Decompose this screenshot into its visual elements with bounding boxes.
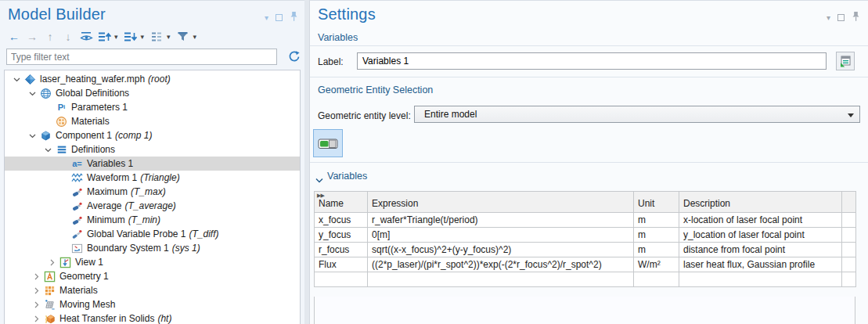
tree-item-materials-component[interactable]: Materials	[5, 283, 300, 297]
table-row: y_focus 0[m] m y_location of laser focal…	[315, 228, 856, 243]
tree-item-maximum[interactable]: Maximum (T_max)	[5, 185, 300, 199]
section-collapse-icon[interactable]	[315, 175, 323, 185]
column-header-expression: Expression	[368, 192, 634, 213]
move-up-button[interactable]: ↑	[42, 29, 58, 45]
tree-item-moving-mesh[interactable]: Moving Mesh	[5, 297, 300, 311]
table-empty-area	[314, 297, 855, 324]
panel-menu-icon[interactable]: ▾	[827, 14, 830, 22]
filter-menu-icon[interactable]: ▾	[193, 33, 197, 41]
model-tree: laser_heating_wafer.mph (root) Global De…	[4, 70, 301, 324]
cell-expression[interactable]: sqrt((x-x_focus)^2+(y-y_focus)^2)	[368, 243, 634, 257]
table-header-row: ▶▶Name Expression Unit Description	[315, 192, 856, 213]
model-file-icon	[23, 74, 38, 85]
tree-item-label: Materials	[59, 283, 98, 297]
chevron-right-icon[interactable]	[31, 287, 42, 294]
tree-item-label: Maximum	[87, 185, 128, 199]
chevron-down-icon[interactable]	[27, 132, 38, 139]
tree-item-minimum[interactable]: Minimum (T_min)	[5, 213, 300, 227]
tree-item-materials-global[interactable]: Materials	[5, 114, 300, 128]
tree-item-geometry-1[interactable]: Geometry 1	[5, 269, 300, 283]
cell-name[interactable]: y_focus	[315, 228, 368, 243]
model-builder-window-controls: ▾	[265, 11, 298, 24]
tree-item-label: Waveform 1	[87, 171, 137, 185]
cell-expression[interactable]: ((2*p_laser)/(pi*r_spot^2))*exp(-(2*r_fo…	[368, 257, 634, 272]
chevron-right-icon[interactable]	[31, 273, 42, 280]
node-label-menu-icon[interactable]: ▾	[167, 33, 171, 41]
tree-item-waveform-1[interactable]: Waveform 1 (Triangle)	[5, 171, 300, 185]
cell-name[interactable]: r_focus	[315, 243, 368, 257]
tree-item-tag: (T_diff)	[189, 227, 219, 241]
variables-section-header: Variables	[327, 171, 367, 182]
chevron-right-icon[interactable]	[31, 301, 42, 308]
tree-item-tag: (T_average)	[124, 199, 175, 213]
tree-item-average[interactable]: Average (T_average)	[5, 199, 300, 213]
table-row: x_focus r_wafer*Triangle(t/period) m x-l…	[315, 213, 856, 228]
cell-description[interactable]	[679, 272, 842, 287]
move-down-button[interactable]: ↓	[60, 29, 76, 45]
show-more-options-button[interactable]	[836, 52, 855, 70]
view-icon	[58, 257, 73, 268]
cell-expression[interactable]	[368, 272, 634, 287]
tree-item-variables-1[interactable]: a= Variables 1	[5, 157, 300, 171]
float-window-icon[interactable]	[276, 14, 283, 21]
panel-menu-icon[interactable]: ▾	[265, 14, 268, 22]
tree-item-global-definitions[interactable]: Global Definitions	[5, 86, 300, 100]
label-field-label: Label:	[318, 56, 344, 67]
settings-title: Settings	[318, 5, 376, 23]
active-toggle-button[interactable]	[313, 129, 343, 157]
collapse-menu-icon[interactable]: ▾	[141, 33, 145, 41]
tree-item-view-1[interactable]: View 1	[5, 255, 300, 269]
separator	[310, 77, 868, 77]
model-builder-title: Model Builder	[8, 5, 106, 23]
tree-item-heat-transfer-in-solids[interactable]: Heat Transfer in Solids (ht)	[5, 311, 300, 324]
tree-item-label: Boundary System 1	[87, 241, 169, 255]
pin-icon[interactable]	[852, 11, 860, 24]
parameters-icon: Pi	[54, 102, 69, 113]
geometric-entity-selection-header: Geometric Entity Selection	[318, 85, 433, 95]
cell-expression[interactable]: r_wafer*Triangle(t/period)	[368, 213, 634, 228]
label-input[interactable]	[357, 52, 827, 70]
cell-description[interactable]: x-location of laser focal point	[679, 213, 842, 228]
tree-item-tag: (T_min)	[128, 213, 160, 227]
cell-name[interactable]: Flux	[315, 257, 368, 272]
expand-all-button[interactable]	[96, 29, 112, 45]
tree-item-parameters[interactable]: Pi Parameters 1	[5, 100, 300, 114]
tree-item-label: Variables 1	[87, 157, 133, 171]
chevron-right-icon[interactable]	[31, 315, 42, 322]
filter-funnel-button[interactable]	[175, 29, 191, 45]
forward-button[interactable]: →	[24, 29, 40, 45]
separator	[310, 45, 868, 46]
cell-name[interactable]	[315, 272, 368, 287]
show-eye-button[interactable]	[78, 29, 94, 45]
back-button[interactable]: ←	[6, 29, 22, 45]
cell-expression[interactable]: 0[m]	[368, 228, 634, 243]
chevron-down-icon[interactable]	[42, 146, 54, 153]
tree-item-definitions[interactable]: Definitions	[5, 142, 300, 157]
cell-description[interactable]: laser heat flux, Gaussian profile	[679, 257, 842, 272]
probe-icon	[70, 214, 85, 226]
probe-icon	[70, 200, 85, 212]
tree-item-boundary-system-1[interactable]: Boundary System 1 (sys 1)	[5, 241, 300, 255]
tree-item-component-1[interactable]: Component 1 (comp 1)	[5, 128, 300, 142]
cell-name[interactable]: x_focus	[315, 213, 368, 228]
tree-filter-input[interactable]	[6, 49, 277, 65]
node-label-button[interactable]	[149, 29, 164, 45]
variables-table: ▶▶Name Expression Unit Description x_foc…	[314, 191, 856, 287]
chevron-down-icon[interactable]	[27, 90, 38, 97]
tree-item-label: Minimum	[87, 213, 125, 227]
expand-menu-icon[interactable]: ▾	[114, 33, 118, 41]
float-window-icon[interactable]	[837, 14, 845, 21]
settings-subtitle: Variables	[318, 32, 358, 43]
geometric-entity-level-select[interactable]: Entire model	[414, 106, 860, 123]
chevron-right-icon[interactable]	[46, 259, 58, 266]
collapse-all-button[interactable]	[123, 29, 139, 45]
tree-item-root[interactable]: laser_heating_wafer.mph (root)	[5, 72, 300, 86]
chevron-down-icon[interactable]	[11, 76, 23, 83]
table-row-empty	[315, 272, 856, 287]
tree-item-label: Average	[87, 199, 121, 213]
cell-description[interactable]: y_location of laser focal point	[679, 228, 842, 243]
pin-icon[interactable]	[290, 11, 298, 24]
tree-item-global-variable-probe-1[interactable]: Global Variable Probe 1 (T_diff)	[5, 227, 300, 241]
refresh-icon[interactable]	[287, 50, 301, 66]
cell-description[interactable]: distance from focal point	[679, 243, 842, 257]
